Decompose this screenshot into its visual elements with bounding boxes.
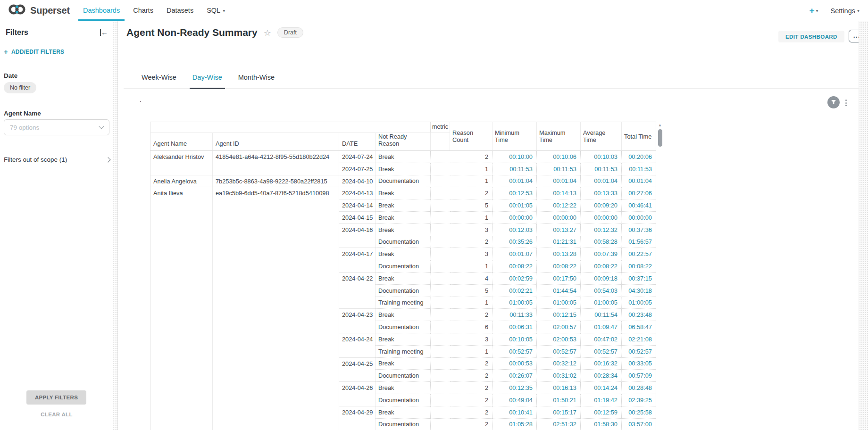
cell-not-ready-reason: Break <box>376 163 431 175</box>
nav-menu: Dashboards Charts Datasets SQL ▾ <box>76 0 232 21</box>
caret-down-icon: ▾ <box>223 8 225 13</box>
nav-item-sql[interactable]: SQL ▾ <box>200 0 232 21</box>
brand-name: Superset <box>30 5 70 16</box>
plus-icon: + <box>4 48 8 56</box>
cell-average-time: 00:08:22 <box>581 260 622 273</box>
cell-average-time: 00:01:04 <box>581 175 622 187</box>
nav-right: + ▾ Settings ▾ <box>809 0 860 21</box>
page-root: Superset Dashboards Charts Datasets SQL … <box>0 0 868 430</box>
page-scrollbar[interactable] <box>859 21 868 430</box>
cell-minimum-time: 00:10:05 <box>492 333 537 345</box>
col-header-reason-count[interactable]: Reason Count <box>450 122 492 151</box>
cell-total-time: 06:58:47 <box>622 321 656 333</box>
cell-average-time: 00:12:59 <box>581 406 622 418</box>
caret-down-icon: ▾ <box>816 8 818 13</box>
cell-maximum-time: 00:10:06 <box>537 151 581 163</box>
table-row: Anita Ilievaea19c5b9-6dd5-40a7-87f6-5218… <box>150 187 656 199</box>
cell-not-ready-reason: Break <box>376 309 431 321</box>
cell-total-time: 00:25:58 <box>622 406 656 418</box>
filter-funnel-icon <box>831 98 836 107</box>
cell-maximum-time: 00:16:13 <box>537 382 581 394</box>
date-filter-value-pill[interactable]: No filter <box>4 82 36 93</box>
col-header-agent-id[interactable]: Agent ID <box>213 133 339 151</box>
cell-reason-count: 5 <box>431 199 492 212</box>
filters-sidebar: Filters ← + ADD/EDIT FILTERS Date No fil… <box>0 21 118 430</box>
cell-agent-id: 7b253b5c-8863-4a98-9222-580a22ff2815 <box>213 175 339 187</box>
cell-minimum-time: 01:05:28 <box>492 418 537 430</box>
cell-minimum-time: 00:02:59 <box>492 272 537 284</box>
new-item-button[interactable]: + ▾ <box>809 6 818 15</box>
applied-filter-badge[interactable] <box>827 96 840 108</box>
cell-average-time: 00:09:20 <box>581 199 622 212</box>
table-scrollbar[interactable]: ▲ <box>657 122 664 430</box>
pivot-table: metric Reason Count Minimum Time Maximum… <box>150 122 656 430</box>
nav-item-charts[interactable]: Charts <box>126 0 160 21</box>
superset-logo[interactable]: Superset <box>8 3 70 17</box>
chevron-right-icon <box>105 157 110 162</box>
cell-not-ready-reason: Break <box>376 333 431 345</box>
cell-date: 2024-07-25 <box>339 163 376 175</box>
clear-all-button[interactable]: CLEAR ALL <box>0 412 113 417</box>
settings-menu[interactable]: Settings ▾ <box>831 7 860 15</box>
cell-total-time: 00:20:06 <box>622 151 656 163</box>
cell-average-time: 00:14:24 <box>581 382 622 394</box>
cell-maximum-time: 02:00:53 <box>537 333 581 345</box>
col-header-minimum-time[interactable]: Minimum Time <box>492 122 537 151</box>
nav-item-dashboards[interactable]: Dashboards <box>76 0 126 21</box>
cell-minimum-time: 00:26:07 <box>492 370 537 382</box>
cell-average-time: 00:47:02 <box>581 333 622 345</box>
tab-month-wise[interactable]: Month-Wise <box>235 66 277 89</box>
tab-week-wise[interactable]: Week-Wise <box>139 66 179 89</box>
nav-item-datasets[interactable]: Datasets <box>160 0 200 21</box>
sidebar-scrollbar[interactable] <box>112 21 117 430</box>
cell-date: 2024-04-15 <box>339 211 376 223</box>
cell-total-time: 00:28:48 <box>622 382 656 394</box>
cell-minimum-time: 00:06:31 <box>492 321 537 333</box>
cell-not-ready-reason: Break <box>376 272 431 284</box>
cell-minimum-time: 00:08:22 <box>492 260 537 273</box>
cell-reason-count: 1 <box>431 211 492 223</box>
col-header-date[interactable]: DATE <box>339 133 376 151</box>
cell-agent-id: ea19c5b9-6dd5-40a7-87f6-5218d5410098 <box>213 187 339 430</box>
agent-name-select[interactable]: 79 options <box>4 119 109 135</box>
dashboard-tabbar: Week-Wise Day-Wise Month-Wise <box>124 66 862 89</box>
add-edit-filters-link[interactable]: + ADD/EDIT FILTERS <box>4 48 64 56</box>
cell-not-ready-reason: Documentation <box>376 418 431 430</box>
cell-minimum-time: 00:01:07 <box>492 248 537 260</box>
cell-reason-count: 1 <box>431 260 492 273</box>
cell-reason-count: 3 <box>431 333 492 345</box>
apply-filters-button[interactable]: APPLY FILTERS <box>26 390 86 405</box>
cell-not-ready-reason: Break <box>376 211 431 223</box>
col-header-agent-name[interactable]: Agent Name <box>150 133 213 151</box>
cell-reason-count: 1 <box>431 345 492 357</box>
cell-agent-name: Anelia Angelova <box>150 175 213 187</box>
cell-total-time: 03:57:00 <box>622 418 656 430</box>
cell-total-time: 02:21:08 <box>622 333 656 345</box>
cell-average-time: 01:58:30 <box>581 418 622 430</box>
cell-date: 2024-04-16 <box>339 223 376 248</box>
cell-total-time: 00:52:57 <box>622 345 656 357</box>
cell-average-time: 01:00:05 <box>581 297 622 309</box>
cell-reason-count: 5 <box>431 284 492 297</box>
cell-average-time: 00:11:53 <box>581 163 622 175</box>
cell-minimum-time: 00:35:26 <box>492 236 537 248</box>
cell-reason-count: 4 <box>431 272 492 284</box>
edit-dashboard-button[interactable]: EDIT DASHBOARD <box>778 31 844 42</box>
cell-average-time: 00:11:54 <box>581 309 622 321</box>
scrollbar-thumb[interactable] <box>658 129 662 147</box>
filters-out-of-scope[interactable]: Filters out of scope (1) <box>4 156 111 163</box>
cell-date: 2024-04-22 <box>339 272 376 308</box>
cell-date: 2024-04-26 <box>339 382 376 406</box>
cell-average-time: 00:07:39 <box>581 248 622 260</box>
col-header-not-ready-reason[interactable]: Not Ready Reason <box>376 133 431 151</box>
collapse-sidebar-button[interactable]: ← <box>100 28 108 36</box>
cell-maximum-time: 01:44:54 <box>537 284 581 297</box>
chart-kebab-menu[interactable] <box>843 97 849 108</box>
col-header-maximum-time[interactable]: Maximum Time <box>537 122 581 151</box>
col-header-average-time[interactable]: Average Time <box>581 122 622 151</box>
cell-not-ready-reason: Break <box>376 199 431 212</box>
tab-day-wise[interactable]: Day-Wise <box>190 66 225 89</box>
col-header-total-time[interactable]: Total Time <box>622 122 656 151</box>
favorite-star-icon[interactable]: ☆ <box>264 28 271 38</box>
page-title: Agent Non-Ready Summary <box>126 27 258 38</box>
